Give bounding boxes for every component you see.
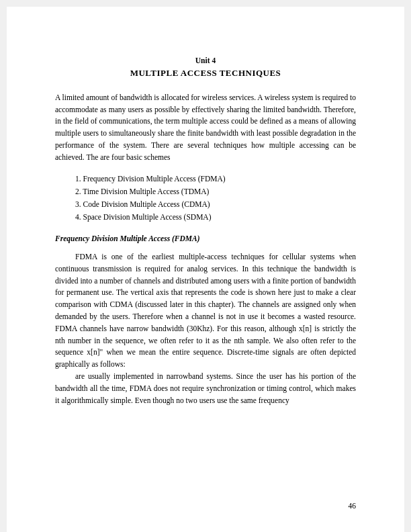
access-techniques-list: 1. Frequency Division Multiple Access (F… (75, 173, 356, 224)
fdma-paragraph-1: FDMA is one of the earliest multiple-acc… (55, 251, 356, 371)
intro-paragraph: A limited amount of bandwidth is allocat… (55, 92, 356, 164)
fdma-paragraph-2: are usually implemented in narrowband sy… (55, 371, 356, 406)
page-number: 46 (349, 500, 357, 512)
list-item: 2. Time Division Multiple Access (TDMA) (75, 186, 356, 197)
fdma-section-content: FDMA is one of the earliest multiple-acc… (55, 251, 356, 407)
list-item: 1. Frequency Division Multiple Access (F… (75, 173, 356, 185)
document-page: Unit 4 MULTIPLE ACCESS TECHNIQUES A limi… (7, 7, 404, 532)
unit-number: Unit 4 (55, 55, 356, 66)
unit-title: MULTIPLE ACCESS TECHNIQUES (55, 66, 356, 80)
fdma-section-heading: Frequency Division Multiple Access (FDMA… (55, 233, 356, 245)
unit-heading: Unit 4 MULTIPLE ACCESS TECHNIQUES (55, 55, 356, 80)
list-item: 3. Code Division Multiple Access (CDMA) (75, 199, 356, 210)
techniques-ordered-list: 1. Frequency Division Multiple Access (F… (75, 173, 356, 224)
list-item: 4. Space Division Multiple Access (SDMA) (75, 212, 356, 223)
